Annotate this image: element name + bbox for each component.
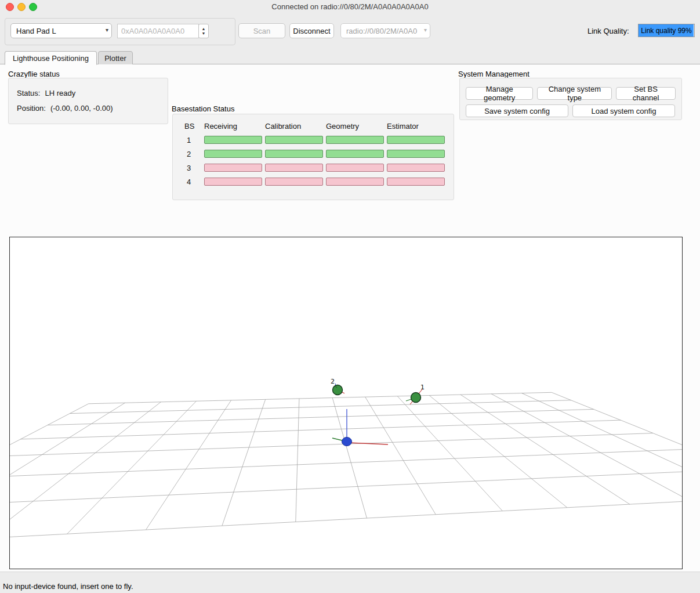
titlebar: Connected on radio://0/80/2M/A0A0A0A0A0A…: [0, 0, 700, 13]
floor-grid: 2 1: [10, 237, 682, 569]
calibration-status-bar: [265, 150, 323, 158]
address-value: 0xA0A0A0A0A0A0: [121, 27, 184, 35]
set-bs-channel-button[interactable]: Set BS channel: [616, 87, 676, 100]
geometry-status-bar: [326, 164, 384, 172]
lighthouse-3d-view[interactable]: 2 1: [9, 237, 683, 569]
position-value: (-0.00, 0.00, -0.00): [50, 104, 113, 113]
status-value: LH ready: [45, 89, 75, 97]
status-label: Status:: [17, 89, 40, 97]
link-quality-progressbar: Link quality 99%: [638, 24, 695, 37]
disconnect-button[interactable]: Disconnect: [289, 23, 334, 38]
lighthouse-tab-page: Crazyflie status Status: LH ready Positi…: [0, 64, 700, 572]
save-system-config-button[interactable]: Save system config: [466, 104, 568, 117]
floor-grid-lines: [10, 392, 682, 547]
position-row: Position: (-0.00, 0.00, -0.00): [17, 100, 159, 115]
receiving-status-bar: [204, 178, 262, 186]
basestation-row: 3: [180, 161, 447, 175]
scan-button[interactable]: Scan: [238, 23, 285, 38]
origin-marker: [342, 437, 352, 446]
link-quality-label: Link Quality:: [587, 27, 629, 35]
basestation-1-label: 1: [420, 384, 425, 391]
main-window: Connected on radio://0/80/2M/A0A0A0A0A0A…: [0, 0, 700, 593]
uri-value: radio://0/80/2M/A0A0: [346, 27, 417, 35]
tab-lighthouse-positioning[interactable]: Lighthouse Positioning: [5, 51, 97, 65]
geometry-status-bar: [326, 178, 384, 186]
basestation-row: 1: [180, 133, 447, 147]
stepper-up-icon: ▲: [202, 27, 206, 31]
basestation-2-label: 2: [331, 378, 335, 385]
toolbar: Hand Pad L ▾ 0xA0A0A0A0A0A0 ▲ ▼ Scan Dis…: [0, 13, 700, 50]
estimator-status-bar: [387, 136, 445, 144]
estimator-status-bar: [387, 150, 445, 158]
address-stepper[interactable]: ▲ ▼: [198, 24, 209, 38]
link-quality-value: Link quality 99%: [639, 27, 694, 35]
input-device-select[interactable]: Hand Pad L ▾: [10, 23, 112, 38]
statusbar-message: No input-device found, insert one to fly…: [3, 582, 133, 591]
calibration-status-bar: [265, 164, 323, 172]
tab-plotter[interactable]: Plotter: [98, 51, 133, 65]
load-system-config-button[interactable]: Load system config: [572, 104, 675, 117]
basestation-2-marker: [333, 385, 343, 395]
system-management-row2: Save system config Load system config: [466, 104, 676, 117]
chevron-down-icon: ▾: [106, 27, 108, 33]
basestation-status-title: Basestation Status: [172, 104, 234, 113]
basestation-row: 4: [180, 175, 447, 189]
estimator-status-bar: [387, 178, 445, 186]
status-row: Status: LH ready: [17, 85, 159, 100]
crazyflie-status-title: Crazyflie status: [8, 70, 60, 78]
stepper-down-icon: ▼: [202, 31, 206, 36]
basestation-table-header: BS Receiving Calibration Geometry Estima…: [180, 119, 447, 133]
window-title: Connected on radio://0/80/2M/A0A0A0A0A0A…: [0, 2, 700, 11]
address-field[interactable]: 0xA0A0A0A0A0A0: [117, 24, 199, 38]
manage-geometry-button[interactable]: Manage geometry: [466, 87, 533, 100]
geometry-status-bar: [326, 150, 384, 158]
basestation-status-group: BS Receiving Calibration Geometry Estima…: [172, 114, 454, 200]
input-device-value: Hand Pad L: [16, 27, 56, 35]
crazyflie-status-group: Status: LH ready Position: (-0.00, 0.00,…: [8, 78, 168, 124]
basestation-1-marker: [411, 393, 421, 403]
estimator-status-bar: [387, 164, 445, 172]
receiving-status-bar: [204, 164, 262, 172]
basestation-row: 2: [180, 147, 447, 161]
system-management-group: Manage geometry Change system type Set B…: [459, 78, 682, 120]
chevron-down-icon: ▾: [424, 27, 427, 33]
tabbar: Lighthouse Positioning Plotter: [0, 50, 700, 64]
receiving-status-bar: [204, 136, 262, 144]
statusbar: No input-device found, insert one to fly…: [0, 572, 700, 593]
system-management-title: System Management: [458, 70, 529, 78]
geometry-status-bar: [326, 136, 384, 144]
change-system-type-button[interactable]: Change system type: [537, 87, 612, 100]
calibration-status-bar: [265, 178, 323, 186]
calibration-status-bar: [265, 136, 323, 144]
system-management-row1: Manage geometry Change system type Set B…: [466, 87, 676, 100]
receiving-status-bar: [204, 150, 262, 158]
position-label: Position:: [17, 104, 46, 113]
bs1-axis-tick: [406, 399, 411, 401]
uri-select[interactable]: radio://0/80/2M/A0A0 ▾: [340, 23, 430, 38]
